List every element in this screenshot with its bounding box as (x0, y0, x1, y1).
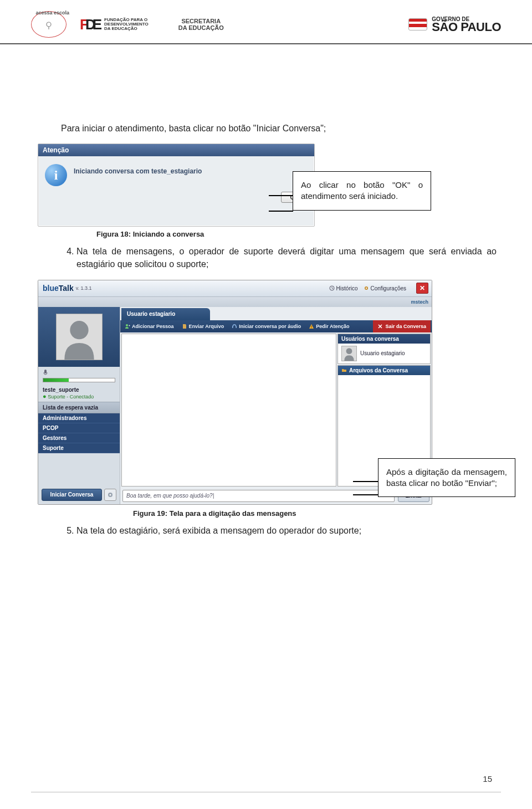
fde-logo: FDE FUNDAÇÃO PARA O DESENVOLVIMENTO DA E… (80, 16, 149, 33)
settings-button[interactable]: Configurações (364, 285, 406, 291)
add-person-button[interactable]: + Adicionar Pessoa (121, 324, 177, 329)
close-icon: ✕ (420, 284, 425, 292)
volume-control[interactable] (38, 367, 120, 385)
users-panel: Usuários na conversa Usuario estagiario (337, 334, 431, 364)
svg-rect-0 (47, 22, 51, 27)
avatar-area (38, 307, 120, 367)
connection-status: ● Suporte - Conectado (38, 393, 120, 402)
history-button[interactable]: Histórico (329, 285, 358, 291)
gear-icon (107, 491, 114, 498)
svg-rect-14 (311, 327, 312, 328)
folder-icon (341, 367, 347, 373)
footer-divider (31, 792, 501, 792)
paragraph-intro: Para iniciar o atendimento, basta clicar… (61, 122, 497, 135)
group-item[interactable]: Administradores (38, 413, 120, 423)
user-avatar (56, 314, 103, 360)
secretaria-logo: SECRETARIA DA EDUCAÇÃO (178, 18, 224, 31)
file-icon (182, 324, 187, 329)
clock-icon (329, 285, 335, 291)
chat-area (121, 334, 336, 487)
dialog-title: Atenção (38, 144, 314, 156)
group-item[interactable]: Gestores (38, 433, 120, 443)
fde-text: FUNDAÇÃO PARA O DESENVOLVIMENTO DA EDUCA… (104, 18, 149, 31)
user-avatar-small (341, 346, 357, 361)
svg-point-8 (110, 494, 111, 495)
leave-conversation-button[interactable]: Sair da Conversa (373, 320, 431, 332)
callout-send: Após a digitação da mensagem, basta clic… (378, 458, 515, 498)
group-item[interactable]: PCOP (38, 423, 120, 433)
info-icon: i (45, 164, 67, 186)
alert-icon (309, 324, 314, 329)
person-plus-icon: + (125, 324, 130, 329)
headset-icon (232, 324, 237, 329)
governo-sp-logo: GOVERNO DE SÃO PAULO (408, 17, 501, 33)
waitlist-header: Lista de espera vazia (38, 402, 120, 413)
sidebar: teste_suporte ● Suporte - Conectado List… (38, 307, 120, 504)
bluetalk-window: blueTalk v. 1.3.1 Histórico Configuraçõe… (38, 280, 432, 505)
attention-button[interactable]: Pedir Atenção (305, 324, 352, 329)
svg-point-9 (126, 324, 128, 326)
page-header: acessa escola FDE FUNDAÇÃO PARA O DESENV… (0, 0, 532, 44)
figure-19: blueTalk v. 1.3.1 Histórico Configuraçõe… (38, 280, 497, 505)
close-button[interactable]: ✕ (416, 283, 428, 294)
svg-point-4 (365, 288, 366, 289)
close-icon (377, 324, 383, 329)
files-panel-header: Arquivos da Conversa (338, 366, 430, 375)
group-item[interactable]: Suporte (38, 443, 120, 453)
brand-bar: mstech (38, 297, 432, 307)
gear-icon (364, 285, 369, 291)
conversation-user-item[interactable]: Usuario estagiario (338, 344, 430, 363)
figure-18-caption: Figura 18: Iniciando a conversa (96, 230, 497, 238)
chat-toolbar: + Adicionar Pessoa Enviar Arquivo Inicia… (120, 320, 432, 332)
groups-list: Administradores PCOP Gestores Suporte (38, 413, 120, 453)
message-input[interactable]: Boa tarde, em que posso ajudá-lo?| (122, 490, 395, 502)
acessa-escola-logo: acessa escola (31, 11, 66, 38)
send-file-button[interactable]: Enviar Arquivo (178, 324, 228, 329)
step-5: Na tela do estagiário, será exibida a me… (76, 524, 497, 537)
dialog-message: Iniciando conversa com teste_estagiario (74, 164, 202, 186)
page-number: 15 (483, 774, 492, 784)
svg-rect-11 (232, 326, 233, 328)
start-conversation-button[interactable]: Iniciar Conversa (42, 489, 102, 501)
svg-rect-6 (44, 370, 47, 373)
titlebar: blueTalk v. 1.3.1 Histórico Configuraçõe… (38, 280, 432, 297)
alert-dialog: Atenção i Iniciando conversa com teste_e… (38, 144, 315, 227)
svg-rect-12 (236, 326, 237, 328)
app-version: v. 1.3.1 (76, 285, 92, 291)
svg-rect-13 (311, 325, 312, 327)
current-user-name: teste_suporte (38, 385, 120, 393)
users-panel-header: Usuários na conversa (338, 334, 430, 344)
conversation-tab[interactable]: Usuario estagiario (121, 308, 210, 320)
app-logo: blueTalk (43, 284, 74, 293)
figure-18: Atenção i Iniciando conversa com teste_e… (38, 144, 497, 227)
audio-call-button[interactable]: Iniciar conversa por áudio (228, 324, 304, 329)
mic-icon (43, 369, 48, 376)
svg-point-5 (70, 321, 88, 339)
step-4: Na tela de mensagens, o operador de supo… (76, 245, 497, 270)
sidebar-settings-button[interactable] (104, 489, 116, 501)
svg-text:+: + (129, 324, 130, 327)
document-body: Para iniciar o atendimento, basta clicar… (0, 44, 532, 537)
sp-flag-icon (408, 18, 427, 30)
callout-ok: Ao clicar no botão "OK" o atendimento se… (293, 171, 431, 211)
svg-point-15 (346, 348, 352, 354)
figure-19-caption: Figura 19: Tela para a digitação das men… (133, 509, 497, 518)
